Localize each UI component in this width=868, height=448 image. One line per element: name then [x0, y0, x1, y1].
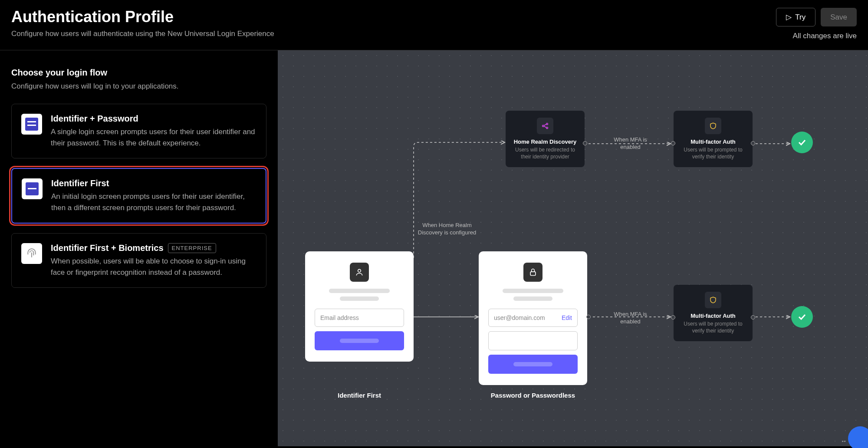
option-title: Identifier First + Biometrics ENTERPRISE [51, 243, 256, 253]
enterprise-badge: ENTERPRISE [168, 243, 216, 253]
live-status: All changes are live [793, 32, 857, 40]
option-identifier-first[interactable]: Identifier First An initial login screen… [11, 168, 266, 224]
node-mfa-bottom[interactable]: Multi-factor Auth Users will be prompted… [674, 285, 753, 341]
edge-label-mfa-top: When MFA is enabled [610, 136, 651, 151]
card-label-password: Password or Passwordless [479, 392, 587, 399]
save-button[interactable]: Save [821, 8, 857, 26]
flow-edges [278, 50, 868, 446]
option-identifier-password[interactable]: Identifier + Password A single login scr… [11, 104, 266, 158]
port-in[interactable] [671, 315, 675, 320]
email-value: user@domain.com [494, 314, 545, 321]
sidebar: Choose your login flow Configure how use… [0, 50, 278, 446]
continue-button[interactable] [488, 355, 578, 374]
form-icon [21, 114, 42, 135]
page-subtitle: Configure how users will authenticate us… [11, 30, 274, 38]
node-home-realm-discovery[interactable]: Home Realm Discovery Users will be redir… [506, 111, 585, 167]
port-out[interactable] [751, 315, 755, 320]
svg-rect-4 [530, 272, 536, 275]
node-title: Home Realm Discovery [511, 138, 579, 145]
option-desc: A single login screen prompts users for … [51, 126, 256, 148]
port-out[interactable] [583, 141, 587, 145]
share-icon [537, 118, 553, 134]
help-fab[interactable] [848, 426, 868, 448]
email-input[interactable]: Email address [315, 309, 404, 327]
page-header: Authentication Profile Configure how use… [0, 0, 868, 50]
shield-icon [705, 292, 721, 308]
port-out[interactable] [751, 141, 755, 145]
try-button[interactable]: ▷ Try [776, 8, 815, 26]
option-desc: When possible, users will be able to cho… [51, 256, 256, 278]
edit-link[interactable]: Edit [562, 314, 572, 321]
skeleton-line [340, 296, 379, 301]
node-title: Multi-factor Auth [679, 313, 747, 319]
node-desc: Users will be prompted to verify their i… [679, 321, 747, 334]
email-placeholder: Email address [320, 314, 359, 321]
flow-canvas[interactable]: Home Realm Discovery Users will be redir… [278, 50, 868, 446]
svg-point-3 [358, 269, 361, 272]
success-top [791, 132, 813, 153]
edge-label-mfa-bottom: When MFA is enabled [610, 311, 651, 326]
save-label: Save [830, 13, 847, 22]
try-label: Try [795, 13, 806, 22]
edge-label-hrd: When Home Realm Discovery is configured [412, 222, 482, 237]
sidebar-desc: Configure how users will log in to your … [11, 82, 266, 91]
fingerprint-icon [21, 243, 42, 264]
lock-icon [523, 263, 542, 282]
node-desc: Users will be redirected to their identi… [511, 147, 579, 160]
user-icon [350, 263, 369, 282]
node-desc: Users will be prompted to verify their i… [679, 147, 747, 160]
option-title: Identifier + Password [51, 114, 256, 124]
node-title: Multi-factor Auth [679, 138, 747, 145]
continue-button[interactable] [315, 331, 404, 350]
option-title: Identifier First [51, 178, 256, 188]
success-bottom [791, 306, 813, 328]
node-mfa-top[interactable]: Multi-factor Auth Users will be prompted… [674, 111, 753, 167]
card-label-identifier-first: Identifier First [305, 392, 414, 399]
port-in[interactable] [671, 141, 675, 145]
play-icon: ▷ [786, 13, 792, 22]
port-out[interactable] [586, 315, 591, 319]
skeleton-line [503, 289, 563, 293]
card-password[interactable]: user@domain.com Edit [479, 251, 587, 385]
email-display: user@domain.com Edit [488, 309, 578, 327]
card-identifier-first[interactable]: Email address [305, 251, 414, 362]
form-icon [22, 178, 43, 199]
sidebar-title: Choose your login flow [11, 68, 266, 78]
shield-icon [705, 118, 721, 134]
option-desc: An initial login screen prompts users fo… [51, 191, 256, 213]
option-identifier-biometrics[interactable]: Identifier First + Biometrics ENTERPRISE… [11, 233, 266, 288]
skeleton-line [513, 296, 552, 301]
page-title: Authentication Profile [11, 8, 274, 26]
skeleton-line [329, 289, 390, 293]
option-title-text: Identifier First + Biometrics [51, 243, 164, 253]
password-input[interactable] [488, 331, 578, 350]
